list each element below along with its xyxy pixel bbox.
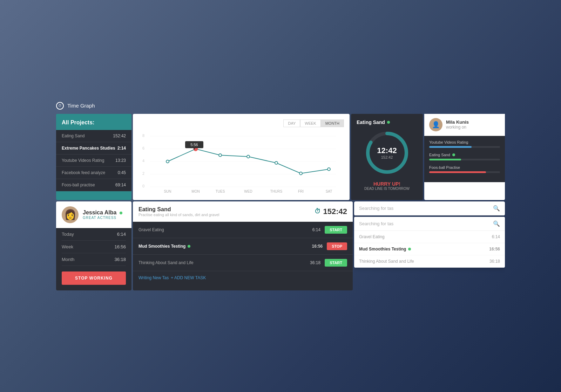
svg-text:FRI: FRI [298, 190, 304, 193]
project-item-youtube[interactable]: Youtube Videos Rating 13:23 [56, 154, 131, 167]
svg-text:6: 6 [142, 146, 144, 150]
svg-text:THURS: THURS [270, 190, 283, 193]
add-task-row[interactable]: Writing New Tas + ADD NEW TASK [133, 271, 353, 284]
project-time: 69:14 [115, 183, 126, 187]
svg-point-12 [219, 154, 222, 157]
rating-bar-youtube [429, 146, 472, 148]
tab-month[interactable]: MONTH [321, 119, 344, 127]
project-time: 152:42 [113, 133, 126, 138]
rating-item-youtube: Youtube Videos Rating [429, 140, 500, 148]
deadline-text: DEAD LINE IS TOMORROW [364, 187, 410, 191]
rating-bar-foosball [429, 171, 486, 173]
svg-text:8: 8 [142, 133, 144, 138]
jessica-title: GREAT ACTRESS [83, 216, 122, 220]
task-row-gravel: Gravel Eating 6:14 START [133, 222, 353, 238]
stop-working-button[interactable]: STOP WORKING [62, 271, 126, 285]
stop-button-mud[interactable]: STOP [327, 242, 347, 250]
add-new-task-label[interactable]: + ADD NEW TASK [171, 275, 206, 280]
mila-avatar: 👤 [429, 118, 442, 131]
tab-week[interactable]: WEEK [300, 119, 320, 127]
rating-panel: 👤 Mila Kunis working on Youtube Videos R… [424, 114, 505, 200]
svg-point-16 [327, 168, 330, 171]
timer-title: Eating Sand [357, 119, 390, 125]
page-title: Time Graph [67, 103, 95, 109]
project-name: Facebook feed analyze [62, 170, 105, 175]
projects-panel: All Projects: Eating Sand 152:42 Extreme… [56, 114, 131, 200]
task-header: Eating Sand Practise eating all kind of … [133, 201, 353, 222]
top-grid: All Projects: Eating Sand 152:42 Extreme… [56, 114, 505, 200]
project-item-eating-sand[interactable]: Eating Sand 152:42 [56, 130, 131, 142]
svg-text:0: 0 [142, 184, 144, 188]
timer-circle: 12:42 152:42 [364, 130, 410, 176]
jessica-avatar: 👩 [62, 206, 79, 223]
project-name: Foos-ball practise [62, 183, 95, 187]
svg-point-10 [166, 160, 169, 163]
svg-text:2: 2 [142, 171, 144, 176]
search-input-top[interactable] [359, 206, 493, 211]
search-box-top: 🔍 [354, 201, 505, 215]
search-result-thinking[interactable]: Thinking About Sand and Life 36:18 [354, 255, 505, 268]
project-item-foosball[interactable]: Foos-ball practise 69:14 [56, 179, 131, 191]
search-top-bar: 🔍 [354, 201, 505, 215]
search-panel: 🔍 🔍 Gravel Eating 6:14 Mud Smoothies Tes… [354, 201, 505, 290]
svg-text:SUN: SUN [164, 190, 171, 193]
search-input-dropdown[interactable] [359, 221, 493, 226]
svg-point-14 [275, 161, 278, 164]
svg-text:4: 4 [142, 159, 144, 163]
writing-new-task-label: Writing New Tas [138, 275, 169, 280]
bottom-grid: 👩 Jessica Alba GREAT ACTRESS Today 6:14 … [56, 201, 505, 290]
project-time: 2:14 [117, 146, 126, 151]
chart-area: 8 6 4 2 0 [138, 131, 344, 194]
hurry-up-text: HURRY UP! [373, 181, 400, 187]
svg-point-13 [247, 155, 250, 158]
search-result-gravel[interactable]: Gravel Eating 6:14 [354, 231, 505, 243]
search-results-dropdown: 🔍 Gravel Eating 6:14 Mud Smoothies Testi… [354, 217, 505, 268]
clock-icon: ⏱ [56, 102, 64, 110]
mud-result-dot [408, 248, 411, 250]
user-header: 👤 Mila Kunis working on [424, 114, 505, 136]
project-name: Eating Sand [62, 133, 85, 138]
project-time: 13:23 [115, 158, 126, 163]
project-item-facebook[interactable]: Facebook feed analyze 0:45 [56, 167, 131, 179]
project-name: Youtube Videos Rating [62, 158, 104, 163]
eating-sand-dot [452, 153, 455, 156]
timer-status-dot [387, 121, 390, 124]
task-panel: Eating Sand Practise eating all kind of … [133, 201, 353, 290]
start-button-gravel[interactable]: START [325, 226, 347, 234]
svg-text:WED: WED [244, 190, 252, 193]
jessica-status-dot [120, 212, 122, 214]
rating-item-foosball: Foos-ball Practise [429, 165, 500, 173]
task-list: Gravel Eating 6:14 START Mud Smoothies T… [133, 222, 353, 284]
task-desc: Practise eating all kind of sands, dirt … [138, 213, 219, 217]
search-icon-top: 🔍 [493, 205, 500, 212]
svg-text:SAT: SAT [326, 190, 332, 193]
start-button-thinking[interactable]: START [325, 259, 347, 267]
rating-bar-sand [429, 159, 461, 160]
task-title-block: Eating Sand Practise eating all kind of … [138, 206, 219, 217]
search-result-mud[interactable]: Mud Smoothies Testing 16:56 [354, 243, 505, 255]
project-name: Extreme Pancakes Studies [62, 146, 115, 151]
line-chart: 8 6 4 2 0 [138, 131, 344, 194]
stat-today: Today 6:14 [62, 228, 126, 241]
search-icon-dropdown: 🔍 [493, 220, 500, 227]
page-header: ⏱ Time Graph [56, 102, 505, 110]
jessica-panel: 👩 Jessica Alba GREAT ACTRESS Today 6:14 … [56, 201, 131, 290]
jessica-header: 👩 Jessica Alba GREAT ACTRESS [56, 201, 131, 228]
task-title: Eating Sand [138, 206, 219, 213]
task-row-mud: Mud Smoothies Testing 16:56 STOP [133, 238, 353, 255]
project-time: 0:45 [118, 170, 126, 175]
rating-list: Youtube Videos Rating Eating Sand Foos-b… [424, 136, 505, 182]
jessica-name: Jessica Alba [83, 209, 122, 216]
timer-icon: ⏱ [315, 208, 321, 215]
task-timer-display: ⏱ 152:42 [315, 207, 347, 216]
tab-day[interactable]: DAY [283, 119, 300, 127]
chart-panel: DAY WEEK MONTH 8 6 4 2 0 [133, 114, 350, 200]
projects-heading: All Projects: [56, 114, 131, 130]
project-item-extreme-pancakes[interactable]: Extreme Pancakes Studies 2:14 [56, 142, 131, 154]
stats-list: Today 6:14 Week 16:56 Month 36:18 [56, 228, 131, 266]
stat-week: Week 16:56 [62, 241, 126, 253]
stat-month: Month 36:18 [62, 253, 126, 266]
timer-display: 12:42 152:42 [377, 146, 397, 159]
projects-list: Eating Sand 152:42 Extreme Pancakes Stud… [56, 130, 131, 191]
timer-panel: Eating Sand 12:42 152:42 HURRY UP! DEAD … [351, 114, 423, 200]
